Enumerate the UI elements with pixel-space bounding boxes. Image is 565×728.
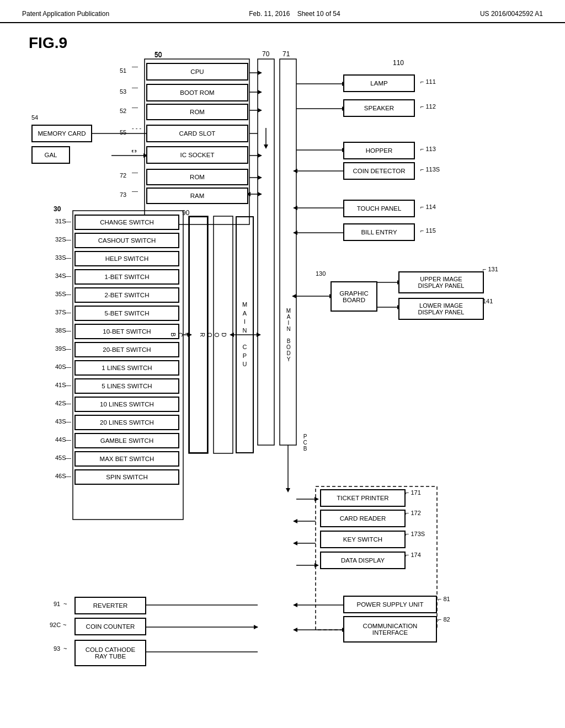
svg-marker-56 xyxy=(257,333,261,337)
label-91: 91 xyxy=(54,601,60,607)
label-130: 130 xyxy=(316,270,326,277)
arr-37S: — xyxy=(65,309,71,315)
box-ram: RAM xyxy=(146,188,248,204)
box-main-cpu: MAINCPU xyxy=(236,216,254,453)
label-111: ⌐ 111 xyxy=(420,78,436,85)
box-help-switch: HELP SWITCH xyxy=(74,251,179,266)
box-gamble-switch: GAMBLE SWITCH xyxy=(74,433,179,448)
arrow-73: — xyxy=(132,188,138,194)
box-bet1-switch: 1-BET SWITCH xyxy=(74,269,179,285)
box-bet5-switch: 5-BET SWITCH xyxy=(74,306,179,321)
label-82: ⌐ 82 xyxy=(438,616,450,623)
label-114: ⌐ 114 xyxy=(420,204,436,210)
svg-marker-47 xyxy=(315,497,319,501)
box-reverter: REVERTER xyxy=(74,597,146,614)
svg-marker-12 xyxy=(258,108,262,113)
label-37S: 37S xyxy=(55,309,66,315)
svg-marker-49 xyxy=(293,519,297,523)
svg-marker-62 xyxy=(254,625,258,629)
label-41S: 41S xyxy=(55,382,66,388)
svg-marker-55 xyxy=(230,333,234,337)
label-46S: 46S xyxy=(55,473,66,479)
svg-text:71: 71 xyxy=(282,50,290,58)
box-cpu: CPU xyxy=(146,63,248,81)
label-115: ⌐ 115 xyxy=(420,227,436,234)
box-cold-cathode: COLD CATHODERAY TUBE xyxy=(74,640,146,666)
box-lower-image: LOWER IMAGEDISPLAY PANEL xyxy=(398,298,484,320)
box-bet2-switch: 2-BET SWITCH xyxy=(74,287,179,303)
label-112: ⌐ 112 xyxy=(420,103,436,110)
label-131: ⌐ 131 xyxy=(483,266,498,272)
label-38S: 38S xyxy=(55,327,66,334)
arrow-55: - - - xyxy=(132,125,141,131)
label-39S: 39S xyxy=(55,345,66,352)
label-55: 55 xyxy=(120,129,126,136)
box-coin-counter: COIN COUNTER xyxy=(74,618,146,635)
arr-93: ~ xyxy=(63,645,67,652)
arr-91: ~ xyxy=(63,601,67,607)
label-171: ⌐ 171 xyxy=(406,489,421,496)
arr-31S: — xyxy=(65,218,71,224)
page-header: Patent Application Publication Feb. 11, … xyxy=(0,0,565,23)
box-lines10-switch: 10 LINES SWITCH xyxy=(74,397,179,412)
label-44S: 44S xyxy=(55,436,66,443)
box-ic-socket: IC SOCKET xyxy=(146,146,248,164)
box-graphic-board: GRAPHICBOARD xyxy=(331,281,377,312)
box-boot-rom: BOOT ROM xyxy=(146,84,248,101)
label-31S: 31S xyxy=(55,218,66,224)
svg-marker-74 xyxy=(286,488,290,493)
label-90: 90 xyxy=(182,209,189,217)
box-cashout-switch: CASHOUT SWITCH xyxy=(74,233,179,248)
box-change-switch: CHANGE SWITCH xyxy=(74,215,179,230)
box-memory-card: MEMORY CARD xyxy=(31,125,92,142)
label-30: 30 xyxy=(54,205,61,213)
label-81: ⌐ 81 xyxy=(438,596,450,602)
svg-marker-17 xyxy=(258,153,262,158)
label-main-body: MAINBODY xyxy=(280,216,297,453)
label-35S: 35S xyxy=(55,291,66,297)
svg-marker-24 xyxy=(258,192,262,196)
box-rom2: ROM xyxy=(146,169,248,185)
box-bet10-switch: 10-BET SWITCH xyxy=(74,324,179,339)
svg-rect-1 xyxy=(258,59,274,445)
box-gal: GAL xyxy=(31,146,70,164)
header-left: Patent Application Publication xyxy=(22,10,109,18)
label-93: 93 xyxy=(54,645,60,652)
box-speaker: SPEAKER xyxy=(343,99,415,117)
label-32S: 32S xyxy=(55,236,66,243)
label-72: 72 xyxy=(120,172,126,179)
box-upper-image: UPPER IMAGEDISPLAY PANEL xyxy=(398,271,484,293)
svg-marker-14 xyxy=(264,144,268,149)
box-lines5-switch: 5 LINES SWITCH xyxy=(74,378,179,394)
label-172: ⌐ 172 xyxy=(406,510,421,516)
label-43S: 43S xyxy=(55,418,66,425)
box-spin-switch: SPIN SWITCH xyxy=(74,469,179,485)
header-right: US 2016/0042592 A1 xyxy=(480,10,543,18)
arrow-52: — xyxy=(132,104,138,110)
svg-marker-68 xyxy=(293,628,297,632)
label-33S: 33S xyxy=(55,254,66,261)
svg-marker-53 xyxy=(315,563,319,568)
svg-marker-21 xyxy=(258,175,262,180)
label-52: 52 xyxy=(120,108,126,114)
label-174: ⌐ 174 xyxy=(406,552,421,558)
label-51: 51 xyxy=(120,67,126,74)
header-center: Feb. 11, 2016 Sheet 10 of 54 xyxy=(249,10,340,18)
label-173S: ⌐ 173S xyxy=(406,531,425,537)
svg-marker-34 xyxy=(293,169,297,173)
box-touch-panel: TOUCH PANEL xyxy=(343,200,415,217)
label-pcb: PCB xyxy=(297,415,313,470)
arr-42S: — xyxy=(65,400,71,406)
label-110: 110 xyxy=(393,59,404,67)
arr-40S: — xyxy=(65,363,71,370)
arr-32S: — xyxy=(65,236,71,243)
label-73: 73 xyxy=(120,191,126,198)
svg-marker-8 xyxy=(258,71,262,75)
box-card-slot: CARD SLOT xyxy=(146,125,248,142)
figure-label: FIG.9 xyxy=(29,34,67,52)
arrow-51: — xyxy=(132,63,138,69)
label-113S: ⌐ 113S xyxy=(420,166,440,173)
arr-39S: — xyxy=(65,345,71,352)
box-card-reader: CARD READER xyxy=(320,510,406,527)
box-lamp: LAMP xyxy=(343,74,415,92)
